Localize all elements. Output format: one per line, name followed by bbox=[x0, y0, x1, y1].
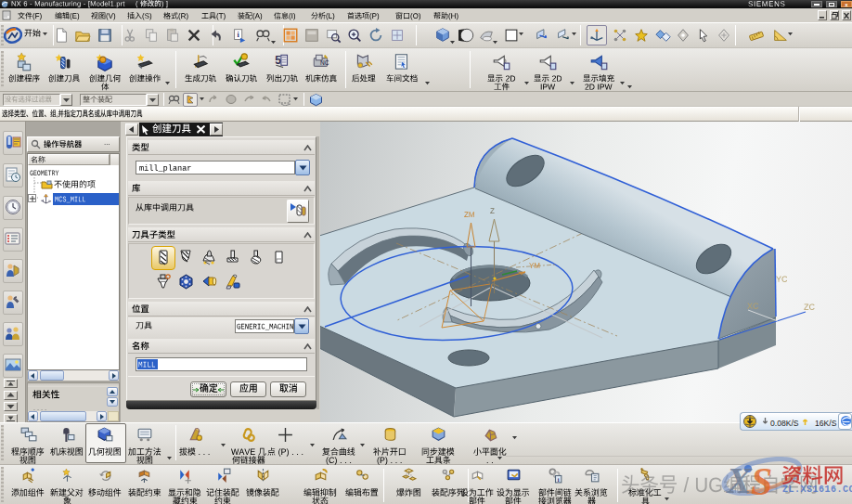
svg-text:5: 5 bbox=[275, 54, 281, 67]
svg-text:i: i bbox=[557, 476, 559, 483]
svg-text:NC: NC bbox=[320, 59, 329, 66]
svg-text:S: S bbox=[751, 460, 772, 503]
svg-text:X: X bbox=[725, 459, 753, 501]
